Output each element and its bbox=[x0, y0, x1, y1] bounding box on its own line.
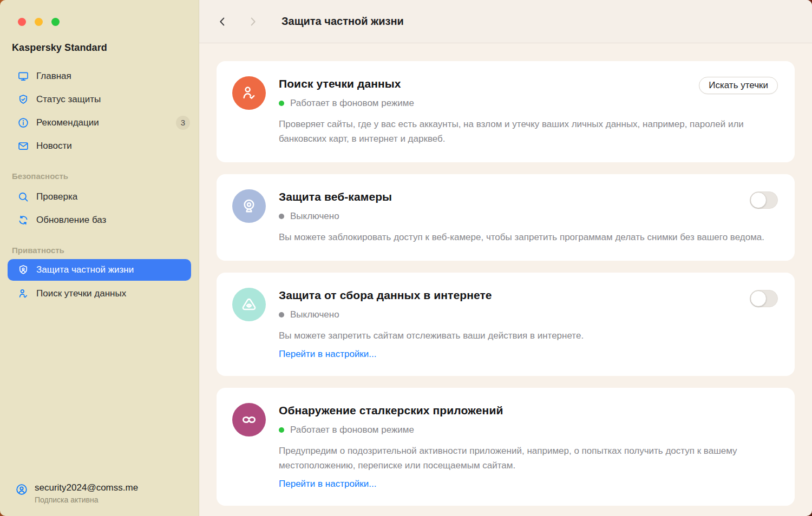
card-data-leak-search: Поиск утечки данных Работает в фоновом р… bbox=[217, 61, 795, 162]
mail-icon bbox=[17, 140, 29, 152]
sidebar-nav: Главная Статус защиты Рекомендации bbox=[0, 64, 199, 305]
card-description: Проверяет сайты, где у вас есть аккаунты… bbox=[279, 117, 777, 146]
sidebar-item-label: Обновление баз bbox=[36, 215, 106, 226]
window-controls bbox=[18, 18, 60, 26]
sidebar-item-label: Новости bbox=[36, 141, 72, 151]
sidebar-item-data-leak-search[interactable]: Поиск утечки данных bbox=[0, 282, 199, 305]
account-info[interactable]: security2024@comss.me Подписка активна bbox=[15, 482, 138, 504]
card-web-tracking-protection: Защита от сбора данных в интернете Выклю… bbox=[217, 273, 795, 376]
sidebar-item-protection-status[interactable]: Статус защиты bbox=[0, 88, 199, 111]
web-tracking-protection-toggle[interactable] bbox=[750, 290, 778, 307]
page-header: Защита частной жизни bbox=[199, 0, 812, 43]
kaspersky-window: Kaspersky Standard Главная Статус защ bbox=[0, 0, 812, 516]
close-window-button[interactable] bbox=[18, 18, 26, 26]
status-dot bbox=[279, 214, 284, 219]
sidebar-item-label: Проверка bbox=[36, 191, 77, 202]
card-description: Вы можете заблокировать доступ к веб-кам… bbox=[279, 230, 764, 244]
shield-person-icon bbox=[17, 264, 29, 276]
status-text: Выключено bbox=[290, 309, 339, 320]
status-row: Работает в фоновом режиме bbox=[279, 425, 777, 435]
status-text: Работает в фоновом режиме bbox=[290, 425, 414, 435]
status-row: Выключено bbox=[279, 309, 584, 320]
card-title: Обнаружение сталкерских приложений bbox=[279, 404, 777, 417]
person-check-icon bbox=[232, 76, 266, 110]
app-title: Kaspersky Standard bbox=[12, 42, 199, 54]
account-email: security2024@comss.me bbox=[35, 482, 138, 493]
status-dot bbox=[279, 312, 284, 317]
sidebar-item-label: Рекомендации bbox=[36, 117, 99, 128]
monitor-icon bbox=[17, 70, 29, 82]
search-icon bbox=[17, 191, 29, 203]
webcam-icon bbox=[232, 189, 266, 223]
eye-triangle-icon bbox=[232, 288, 266, 321]
webcam-protection-toggle[interactable] bbox=[750, 191, 778, 209]
mask-icon bbox=[232, 403, 266, 436]
status-dot bbox=[279, 427, 284, 433]
sidebar-item-private-life-protection[interactable]: Защита частной жизни bbox=[8, 259, 191, 281]
page-title: Защита частной жизни bbox=[281, 15, 404, 28]
card-stalkerware-detection: Обнаружение сталкерских приложений Работ… bbox=[217, 388, 795, 506]
sidebar-item-home[interactable]: Главная bbox=[0, 64, 199, 88]
zoom-window-button[interactable] bbox=[51, 18, 60, 26]
main-area: Защита частной жизни Поиск утечки данных… bbox=[199, 0, 812, 516]
go-to-settings-link[interactable]: Перейти в настройки... bbox=[279, 479, 376, 489]
search-leaks-button[interactable]: Искать утечки bbox=[699, 77, 778, 94]
sidebar-item-news[interactable]: Новости bbox=[0, 134, 199, 157]
cards-list: Поиск утечки данных Работает в фоновом р… bbox=[199, 43, 812, 516]
card-webcam-protection: Защита веб-камеры Выключено Вы можете за… bbox=[217, 174, 795, 261]
status-dot bbox=[279, 101, 284, 106]
card-title: Защита веб-камеры bbox=[279, 190, 764, 203]
toggle-knob bbox=[750, 192, 767, 208]
status-text: Работает в фоновом режиме bbox=[290, 98, 414, 109]
sidebar-item-label: Статус защиты bbox=[36, 94, 101, 105]
chevron-right-icon[interactable] bbox=[245, 14, 261, 30]
person-check-icon bbox=[17, 288, 29, 300]
shield-check-icon bbox=[17, 94, 29, 105]
go-to-settings-link[interactable]: Перейти в настройки... bbox=[279, 349, 376, 360]
chevron-left-icon[interactable] bbox=[214, 14, 231, 30]
info-icon bbox=[17, 117, 29, 129]
account-icon bbox=[15, 483, 28, 496]
sidebar-item-label: Главная bbox=[36, 71, 71, 82]
subscription-status: Подписка активна bbox=[35, 495, 138, 504]
card-description: Предупредим о подозрительной активности … bbox=[279, 444, 777, 473]
refresh-icon bbox=[17, 214, 29, 226]
sidebar-section-privacy: Приватность bbox=[12, 246, 199, 255]
card-description: Вы можете запретить сайтам отслеживать в… bbox=[279, 328, 584, 343]
status-row: Выключено bbox=[279, 211, 764, 222]
sidebar-item-database-update[interactable]: Обновление баз bbox=[0, 208, 199, 231]
sidebar-item-label: Защита частной жизни bbox=[36, 264, 134, 275]
card-title: Защита от сбора данных в интернете bbox=[279, 289, 584, 302]
sidebar-item-label: Поиск утечки данных bbox=[36, 288, 126, 299]
recommendations-count-badge: 3 bbox=[176, 116, 190, 130]
status-text: Выключено bbox=[290, 211, 339, 222]
toggle-knob bbox=[750, 290, 767, 307]
sidebar-section-security: Безопасность bbox=[12, 171, 199, 181]
sidebar: Kaspersky Standard Главная Статус защ bbox=[0, 0, 199, 516]
sidebar-item-recommendations[interactable]: Рекомендации 3 bbox=[0, 111, 199, 134]
status-row: Работает в фоновом режиме bbox=[279, 98, 777, 109]
minimize-window-button[interactable] bbox=[35, 18, 43, 26]
sidebar-item-scan[interactable]: Проверка bbox=[0, 185, 199, 208]
